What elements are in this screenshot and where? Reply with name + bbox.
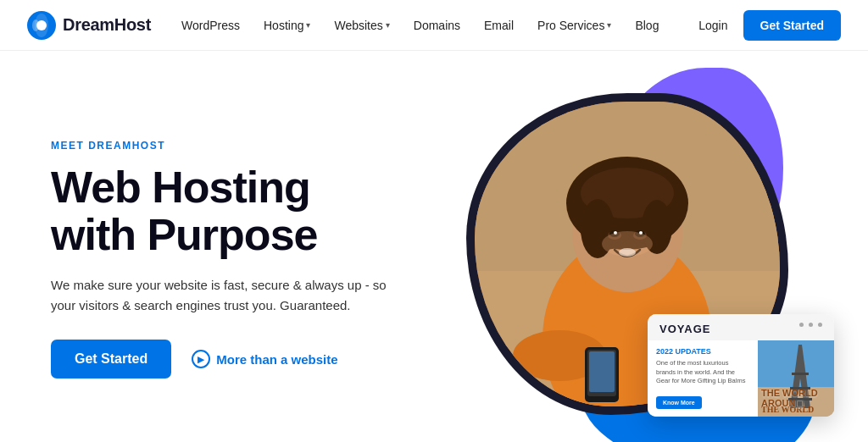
card-year: 2022 UPDATES bbox=[656, 347, 749, 356]
dot-2 bbox=[809, 323, 813, 327]
hero-left: MEET DREAMHOST Web Hosting with Purpose … bbox=[51, 140, 458, 378]
login-button[interactable]: Login bbox=[698, 19, 727, 32]
hero-section: MEET DREAMHOST Web Hosting with Purpose … bbox=[0, 51, 868, 442]
card-left: 2022 UPDATES One of the most luxurious b… bbox=[648, 340, 758, 417]
svg-rect-32 bbox=[792, 373, 809, 375]
play-icon: ▶ bbox=[192, 350, 210, 368]
dot-3 bbox=[818, 323, 822, 327]
chevron-down-icon: ▾ bbox=[607, 20, 611, 30]
svg-point-27 bbox=[602, 231, 653, 257]
card-right: THE WORLD AROUN THE WORLDAROUN▣ bbox=[758, 340, 834, 417]
nav-domains[interactable]: Domains bbox=[414, 19, 460, 32]
nav-pro-services[interactable]: Pro Services ▾ bbox=[537, 19, 611, 32]
more-than-website-link[interactable]: ▶ More than a website bbox=[192, 350, 337, 368]
nav-blog[interactable]: Blog bbox=[635, 19, 659, 32]
nav-email[interactable]: Email bbox=[484, 19, 514, 32]
hero-description: We make sure your website is fast, secur… bbox=[51, 275, 390, 316]
voyage-card: VOYAGE 2022 UPDATES One of the most luxu… bbox=[648, 314, 834, 417]
card-brand: VOYAGE bbox=[659, 323, 710, 335]
card-description: One of the most luxurious brands in the … bbox=[656, 359, 749, 386]
nav-get-started-button[interactable]: Get Started bbox=[743, 10, 841, 41]
logo[interactable]: DreamHost bbox=[27, 11, 151, 40]
main-navigation: DreamHost WordPress Hosting ▾ Websites ▾… bbox=[0, 0, 868, 51]
hero-right: VOYAGE 2022 UPDATES One of the most luxu… bbox=[458, 76, 817, 442]
card-nav-dots bbox=[799, 323, 822, 327]
logo-text: DreamHost bbox=[63, 15, 151, 35]
card-content: 2022 UPDATES One of the most luxurious b… bbox=[648, 340, 834, 417]
dot-1 bbox=[799, 323, 804, 327]
hero-title: Web Hosting with Purpose bbox=[51, 163, 458, 258]
meet-label: MEET DREAMHOST bbox=[51, 140, 458, 152]
nav-hosting[interactable]: Hosting ▾ bbox=[264, 19, 310, 32]
hero-get-started-button[interactable]: Get Started bbox=[51, 340, 171, 378]
chevron-down-icon: ▾ bbox=[386, 20, 390, 30]
nav-wordpress[interactable]: WordPress bbox=[181, 19, 240, 32]
card-cta-button[interactable]: Know More bbox=[656, 396, 702, 409]
card-image: THE WORLD AROUN THE WORLDAROUN▣ bbox=[758, 340, 834, 417]
hero-actions: Get Started ▶ More than a website bbox=[51, 340, 458, 378]
card-header: VOYAGE bbox=[648, 314, 834, 340]
chevron-down-icon: ▾ bbox=[306, 20, 310, 30]
nav-right: Login Get Started bbox=[698, 10, 841, 41]
svg-point-3 bbox=[32, 19, 39, 31]
card-world-text: THE WORLDAROUN▣ bbox=[761, 388, 831, 408]
nav-links: WordPress Hosting ▾ Websites ▾ Domains E… bbox=[181, 19, 698, 32]
nav-websites[interactable]: Websites ▾ bbox=[334, 19, 389, 32]
svg-rect-26 bbox=[589, 351, 615, 392]
